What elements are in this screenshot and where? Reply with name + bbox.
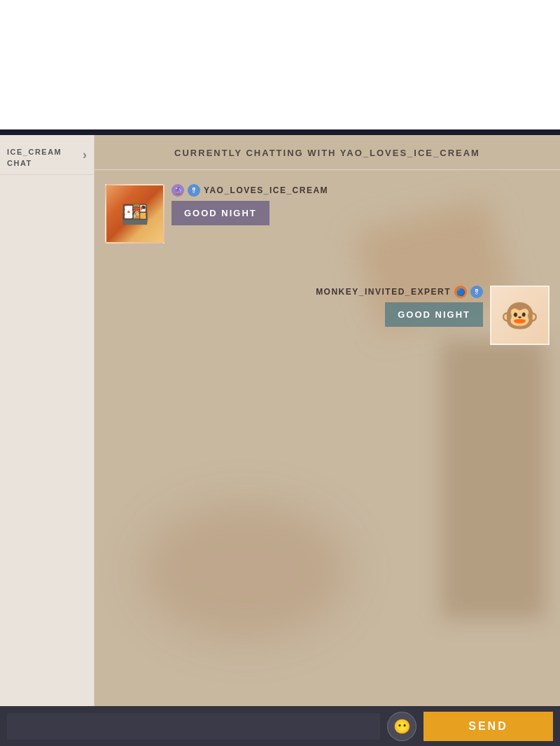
- game-area: ICE_CREAM CHAT › CURRENTLY CHATTING WITH…: [0, 129, 560, 746]
- username-monkey: MONKEY_INVITED_EXPERT: [316, 287, 451, 297]
- message-row-2: 🐵 MONKEY_INVITED_EXPERT 🔵 🎖 GOOD NIGHT: [105, 286, 550, 345]
- chat-header: CURRENTLY CHATTING WITH YAO_LOVES_ICE_CR…: [94, 135, 560, 170]
- message-row-1: 🍱 🔮 🎖 YAO_LOVES_ICE_CREAM GOOD NIGHT: [105, 184, 550, 244]
- sidebar-item-chat[interactable]: ICE_CREAM CHAT ›: [0, 135, 94, 175]
- send-button[interactable]: SEND: [424, 712, 553, 741]
- bottom-bar: 😶 SEND: [0, 706, 560, 746]
- emoji-icon: 😶: [393, 718, 411, 735]
- username-yao: YAO_LOVES_ICE_CREAM: [204, 185, 328, 195]
- emoji-button[interactable]: 😶: [387, 712, 416, 741]
- badge-medal-1: 🎖: [188, 184, 200, 197]
- username-row-1: 🔮 🎖 YAO_LOVES_ICE_CREAM: [172, 184, 328, 197]
- bubble-1: GOOD NIGHT: [172, 201, 270, 225]
- send-label: SEND: [468, 720, 507, 733]
- badge-medal-2: 🎖: [470, 286, 483, 298]
- message-content-1: 🔮 🎖 YAO_LOVES_ICE_CREAM GOOD NIGHT: [172, 184, 328, 225]
- chat-container: 🍱 🔮 🎖 YAO_LOVES_ICE_CREAM GOOD NIGHT 🐵 M…: [94, 170, 560, 706]
- badge-orange-2: 🔵: [454, 286, 467, 298]
- chat-input-area[interactable]: [7, 713, 380, 740]
- avatar-monkey: 🐵: [490, 286, 550, 345]
- sidebar-arrow-icon: ›: [83, 148, 87, 162]
- top-bar: [0, 129, 560, 135]
- message-content-2: MONKEY_INVITED_EXPERT 🔵 🎖 GOOD NIGHT: [316, 286, 483, 327]
- bubble-2: GOOD NIGHT: [385, 302, 483, 327]
- avatar-yao: 🍱: [105, 184, 164, 244]
- sidebar-partial-name: ICE_CREAM: [7, 148, 87, 156]
- username-row-2: MONKEY_INVITED_EXPERT 🔵 🎖: [316, 286, 483, 298]
- sidebar: ICE_CREAM CHAT ›: [0, 135, 94, 706]
- badge-purple-1: 🔮: [172, 184, 184, 197]
- top-white-area: [0, 0, 560, 129]
- chat-header-text: CURRENTLY CHATTING WITH YAO_LOVES_ICE_CR…: [174, 148, 480, 158]
- sidebar-chat-label: CHAT: [7, 159, 87, 167]
